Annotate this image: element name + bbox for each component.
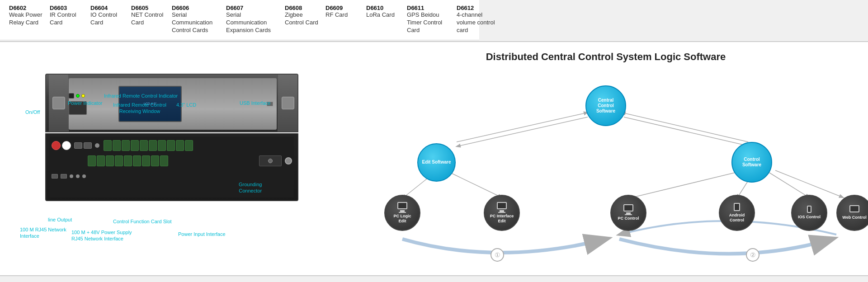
connector-row-1	[52, 139, 292, 152]
model-d6610: D6610	[366, 5, 400, 11]
svg-line-9	[775, 170, 843, 197]
pc-control-icon: PC Control	[618, 204, 639, 221]
terminal-14	[115, 155, 123, 166]
card-col-d6607: D6607 Serial Communication Expansion Car…	[222, 4, 281, 35]
model-d6612: D6612	[457, 5, 499, 11]
desc-d6607: Serial Communication Expansion Cards	[226, 11, 278, 34]
base-icon-2	[498, 212, 505, 213]
label-control-card-slot: Control Function Card Slot	[113, 218, 172, 225]
model-d6604: D6604	[90, 5, 124, 11]
left-panel: LCD 4.3"	[0, 42, 344, 275]
connector-row-2	[52, 154, 292, 168]
model-d6602: D6602	[9, 5, 42, 11]
node-pc-control: PC Control	[610, 195, 646, 231]
audio-out-l	[62, 141, 71, 150]
desc-d6611: GPS Beidou Timer Control Card	[407, 11, 449, 34]
desc-d6605: NET Control Card	[131, 11, 165, 27]
svg-line-3	[622, 113, 748, 142]
model-d6608: D6608	[285, 5, 318, 11]
antenna	[95, 143, 99, 148]
small-port-4	[76, 174, 80, 178]
desc-d6610: LoRa Card	[366, 11, 400, 19]
model-d6611: D6611	[407, 5, 449, 11]
audio-out-r	[52, 141, 61, 150]
terminal-15	[124, 155, 132, 166]
terminal-12	[97, 155, 105, 166]
model-d6607: D6607	[226, 5, 278, 11]
node-central-label: CentralControlSoftware	[594, 96, 617, 116]
desc-d6612: 4-channel volume control card	[457, 11, 499, 34]
model-d6603: D6603	[50, 5, 83, 11]
model-d6605: D6605	[131, 5, 165, 11]
card-table: D6602 Weak Power Relay Card D6603 IR Con…	[5, 4, 474, 35]
rj45-2	[84, 142, 92, 149]
diagram-title: Distributed Central Control System Logic…	[357, 51, 854, 63]
label-100m-rj45: 100 M RJ45 NetworkInterface	[20, 226, 66, 240]
device-diagram: LCD 4.3"	[5, 47, 339, 245]
label-usb: USB Interface	[240, 100, 270, 106]
node-ios-control: IOS Control	[791, 195, 827, 231]
svg-line-5	[452, 174, 502, 197]
monitor-icon-3	[623, 204, 633, 212]
svg-line-1	[457, 113, 588, 142]
card-col-d6609: D6609 RF Card	[322, 4, 363, 35]
label-power-indicator: Power Indicator	[68, 100, 102, 106]
power-button[interactable]	[69, 93, 74, 99]
number-circle-2: ②	[746, 248, 760, 262]
node-edit-software: Edit Software	[417, 143, 456, 182]
middle-section: LCD 4.3"	[0, 41, 868, 276]
terminal-7	[158, 140, 166, 151]
small-port-5	[82, 174, 86, 178]
node-web-control: Web Control	[836, 195, 868, 231]
node-edit-label: Edit Software	[420, 158, 453, 167]
desc-d6608: Zigbee Control Card	[285, 11, 318, 27]
node-android-control: AndroidControl	[719, 195, 755, 231]
node-control-software: ControlSoftware	[731, 142, 772, 183]
terminal-11	[88, 155, 96, 166]
node-pc-interface-edit: PC InterfaceEdit	[484, 195, 520, 231]
terminal-6	[149, 140, 157, 151]
terminal-18	[151, 155, 159, 166]
card-col-d6611: D6611 GPS Beidou Timer Control Card	[403, 4, 453, 35]
node-central-control: CentralControlSoftware	[585, 85, 626, 126]
label-infrared-window: Infrared Remote ControlReceiving Window	[113, 102, 166, 115]
small-port-3	[70, 174, 73, 178]
label-lcd: 4.3" LCD	[176, 102, 196, 108]
desc-d6606: Serial Communication Control Cards	[172, 11, 219, 34]
rj45-1	[74, 142, 82, 149]
terminal-8	[167, 140, 175, 151]
desc-d6602: Weak Power Relay Card	[9, 11, 42, 27]
terminal-2	[113, 140, 121, 151]
top-section: D6602 Weak Power Relay Card D6603 IR Con…	[0, 0, 479, 40]
phone-icon	[807, 206, 811, 213]
label-on-off: On/Off	[25, 109, 40, 115]
card-col-d6606: D6606 Serial Communication Control Cards	[168, 4, 222, 35]
terminal-5	[140, 140, 148, 151]
terminal-17	[142, 155, 150, 166]
web-icon: Web Control	[842, 205, 866, 220]
label-infrared-indicator: Infrared Remote Control Indicator	[104, 93, 178, 99]
card-col-d6608: D6608 Zigbee Control Card	[281, 4, 322, 35]
terminal-3	[122, 140, 130, 151]
node-pc-logic-edit: PC LogicEdit	[384, 195, 420, 231]
terminal-1	[104, 140, 112, 151]
power-input-connector	[259, 155, 282, 166]
card-col-d6605: D6605 NET Control Card	[127, 4, 168, 35]
monitor-icon-2	[497, 202, 507, 209]
card-col-d6602: D6602 Weak Power Relay Card	[5, 4, 46, 35]
svg-line-2	[624, 117, 750, 146]
base-icon	[399, 212, 406, 213]
model-d6609: D6609	[326, 5, 359, 11]
svg-line-0	[457, 117, 588, 146]
terminal-10	[185, 140, 193, 151]
ir-led	[81, 94, 85, 98]
right-handle	[282, 97, 294, 109]
pc-interface-icon: PC InterfaceEdit	[490, 202, 514, 224]
pc-logic-icon: PC LogicEdit	[393, 202, 411, 224]
android-icon: AndroidControl	[729, 203, 745, 223]
tablet-icon	[734, 203, 740, 211]
svg-line-6	[628, 172, 737, 198]
desc-d6609: RF Card	[326, 11, 359, 19]
label-line-output: line Output	[48, 216, 72, 223]
right-panel: Distributed Central Control System Logic…	[344, 42, 868, 275]
